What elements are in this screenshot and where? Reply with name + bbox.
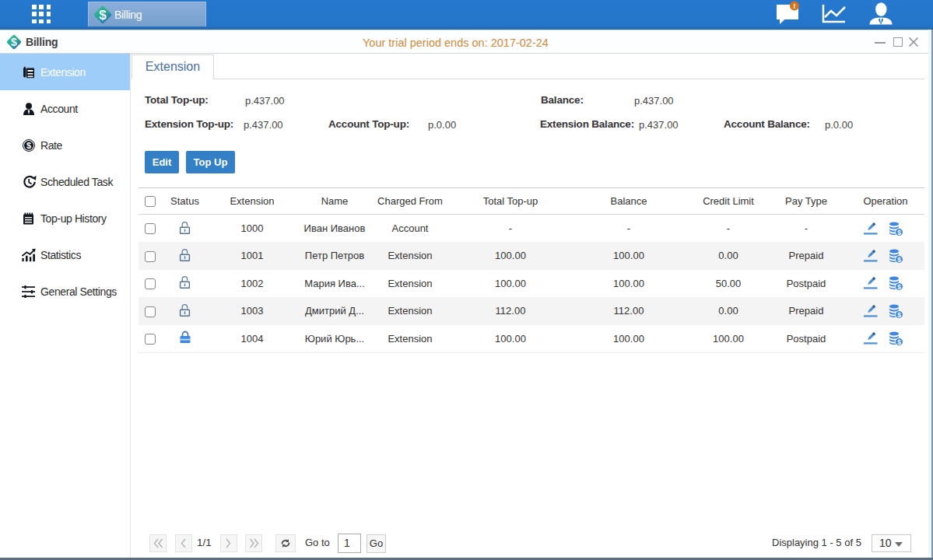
svg-text:$: $ xyxy=(897,229,901,236)
svg-text:$: $ xyxy=(897,311,901,319)
svg-text:!: ! xyxy=(793,2,795,10)
svg-text:$: $ xyxy=(897,338,901,346)
svg-text:$: $ xyxy=(26,141,31,150)
svg-text:$: $ xyxy=(897,256,901,264)
svg-text:$: $ xyxy=(99,8,107,23)
svg-text:$: $ xyxy=(897,283,901,291)
svg-text:$: $ xyxy=(11,36,17,48)
